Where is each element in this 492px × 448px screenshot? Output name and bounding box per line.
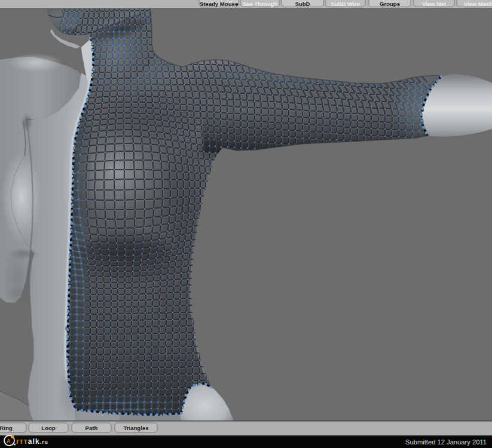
- svg-text:Triangles: Triangles: [123, 425, 148, 431]
- svg-text:Path: Path: [85, 425, 98, 431]
- svg-text:Ring: Ring: [0, 425, 13, 431]
- svg-text:Steady Mouse: Steady Mouse: [200, 1, 239, 7]
- svg-text:Submitted 12 January 2011: Submitted 12 January 2011: [405, 438, 487, 446]
- svg-text:View Mesh: View Mesh: [464, 1, 492, 7]
- svg-text:Groups: Groups: [380, 1, 400, 7]
- svg-text:rттalk.ru: rттalk.ru: [16, 437, 48, 446]
- svg-text:A: A: [7, 438, 11, 444]
- svg-text:SubD Wire: SubD Wire: [331, 1, 359, 7]
- svg-text:Loop: Loop: [41, 425, 56, 431]
- svg-text:See Through: See Through: [243, 1, 278, 7]
- svg-text:View Net: View Net: [422, 1, 447, 7]
- svg-text:SubD: SubD: [295, 1, 310, 7]
